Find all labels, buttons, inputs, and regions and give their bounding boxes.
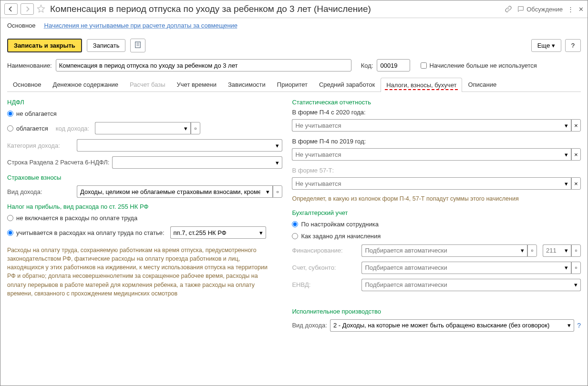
exec-kind-dropdown[interactable]: ▾ [565, 319, 574, 332]
financing-open[interactable]: ▫ [527, 244, 537, 257]
nav-tab-main[interactable]: Основное [7, 22, 36, 32]
toolbar: Записать и закрыть Записать Еще ▾ ? [0, 32, 588, 57]
insurance-title: Страховые взносы [7, 174, 282, 181]
buh-radio-bystaff[interactable] [292, 221, 298, 227]
buh-radio-bycharge[interactable] [292, 233, 298, 239]
financing-input[interactable] [361, 244, 518, 257]
category-income-dropdown[interactable]: ▾ [273, 139, 282, 152]
profit-article-input[interactable] [170, 226, 257, 239]
buh-label-bycharge: Как задано для начисления [301, 233, 381, 240]
profit-helptext: Расходы на оплату труда, сохраняемую раб… [7, 246, 282, 298]
name-row: Наименование: Код: Начисление больше не … [0, 57, 588, 73]
profit-label-include: учитывается в расходах на оплату труда п… [16, 229, 165, 236]
code-income-dropdown[interactable]: ▾ [181, 122, 191, 134]
p4-2020-dropdown[interactable]: ▾ [562, 119, 571, 132]
envd-dropdown[interactable]: ▾ [571, 279, 581, 291]
account-label: Счет, субконто: [292, 264, 359, 271]
envd-label: ЕНВД: [292, 281, 359, 288]
p57t-input[interactable] [292, 177, 562, 190]
titlebar: Компенсация в период отпуска по уходу за… [0, 0, 588, 18]
nav-tabs: Основное Начисления не учитываемые при р… [0, 18, 588, 32]
p4-2020-clear[interactable]: × [571, 119, 581, 132]
back-button[interactable] [4, 3, 18, 15]
save-button[interactable]: Записать [87, 39, 126, 52]
p4-2019-label: В форме П-4 по 2019 год: [292, 138, 581, 145]
p4-2019-input[interactable] [292, 148, 562, 161]
code-input[interactable] [377, 59, 410, 71]
kosgu-open[interactable]: ▫ [571, 244, 581, 257]
p4-2019-dropdown[interactable]: ▾ [562, 148, 571, 161]
profit-radio-noinclude[interactable] [7, 215, 13, 221]
close-icon[interactable]: ✕ [578, 6, 584, 13]
main-tabs: Основное Денежное содержание Расчет базы… [7, 77, 581, 92]
tab-nalogi[interactable]: Налоги, взносы, бухучет [381, 78, 462, 92]
exec-title: Исполнительное производство [292, 308, 581, 315]
ndfl-radio-notaxed[interactable] [7, 111, 13, 117]
financing-dropdown[interactable]: ▾ [518, 244, 527, 257]
profit-title: Налог на прибыль, вид расхода по ст. 255… [7, 203, 282, 210]
notused-checkbox[interactable] [421, 62, 427, 69]
ndfl-radio-taxed[interactable] [7, 125, 13, 132]
p57t-clear[interactable]: × [571, 177, 581, 190]
p4-2019-clear[interactable]: × [571, 148, 581, 161]
financing-label: Финансирование: [292, 247, 359, 254]
svg-rect-0 [135, 42, 141, 48]
name-label: Наименование: [7, 62, 52, 69]
exec-kind-input[interactable] [330, 319, 565, 332]
p57t-dropdown[interactable]: ▾ [562, 177, 571, 190]
profit-radio-include[interactable] [7, 230, 13, 236]
tab-opisanie[interactable]: Описание [462, 77, 502, 91]
report-button[interactable] [130, 39, 145, 52]
star-icon[interactable] [37, 4, 45, 14]
tab-prioritet[interactable]: Приоритет [271, 77, 313, 91]
tab-denezhnoe[interactable]: Денежное содержание [47, 77, 124, 91]
ndfl-label-taxed: облагается [16, 125, 48, 132]
p4-2020-label: В форме П-4 с 2020 года: [292, 109, 581, 116]
account-dropdown[interactable]: ▾ [562, 262, 571, 274]
profit-label-noinclude: не включается в расходы по оплате труда [16, 214, 137, 222]
window-title: Компенсация в период отпуска по уходу за… [50, 4, 502, 14]
chevron-down-icon: ▾ [552, 42, 555, 49]
stat-hint: Определяет, в какую из колонок форм П-4,… [292, 195, 581, 203]
help-button[interactable]: ? [565, 39, 581, 52]
link-icon[interactable] [505, 5, 512, 13]
tab-osnovnoe[interactable]: Основное [7, 77, 47, 91]
code-income-open[interactable]: ▫ [191, 122, 200, 134]
stat-title: Статистическая отчетность [292, 99, 581, 106]
row2-dropdown[interactable]: ▾ [273, 156, 282, 169]
code-label: Код: [361, 62, 373, 69]
p57t-label: В форме 57-Т: [292, 167, 581, 174]
forward-button[interactable] [21, 3, 34, 15]
name-input[interactable] [56, 59, 351, 71]
insurance-kind-dropdown[interactable]: ▾ [263, 185, 273, 198]
tab-raschet-bazy[interactable]: Расчет базы [124, 77, 171, 91]
tab-zavisimosti[interactable]: Зависимости [222, 77, 271, 91]
profit-article-dropdown[interactable]: ▾ [257, 226, 266, 239]
insurance-kind-open[interactable]: ▫ [273, 185, 282, 198]
exec-help-icon[interactable]: ? [577, 322, 581, 329]
account-input[interactable] [361, 262, 562, 274]
tab-uchet-vremeni[interactable]: Учет времени [171, 77, 222, 91]
account-open[interactable]: ▫ [571, 262, 581, 274]
save-close-button[interactable]: Записать и закрыть [7, 39, 82, 52]
more-button[interactable]: Еще ▾ [531, 39, 561, 52]
code-income-input[interactable] [95, 122, 181, 134]
ndfl-label-notaxed: не облагается [16, 110, 57, 117]
tab-sredniy[interactable]: Средний заработок [313, 77, 381, 91]
buh-label-bystaff: По настройкам сотрудника [301, 221, 378, 228]
kosgu-dropdown[interactable]: ▾ [562, 244, 571, 257]
insurance-kind-label: Вид дохода: [7, 188, 74, 195]
category-income-input[interactable] [77, 139, 273, 152]
discussion-button[interactable]: Обсуждение [517, 5, 563, 13]
category-income-label: Категория дохода: [7, 142, 74, 149]
row2-label: Строка Раздела 2 Расчета 6-НДФЛ: [7, 159, 109, 166]
kebab-icon[interactable]: ⋮ [567, 6, 574, 13]
exec-kind-label: Вид дохода: [292, 322, 327, 329]
ndfl-title: НДФЛ [7, 99, 282, 106]
nav-tab-link1[interactable]: Начисления не учитываемые при расчете до… [44, 22, 238, 32]
row2-input[interactable] [112, 156, 273, 169]
insurance-kind-input[interactable] [77, 185, 263, 198]
envd-input[interactable] [361, 279, 571, 291]
p4-2020-input[interactable] [292, 119, 562, 132]
kosgu-input[interactable] [543, 244, 562, 257]
